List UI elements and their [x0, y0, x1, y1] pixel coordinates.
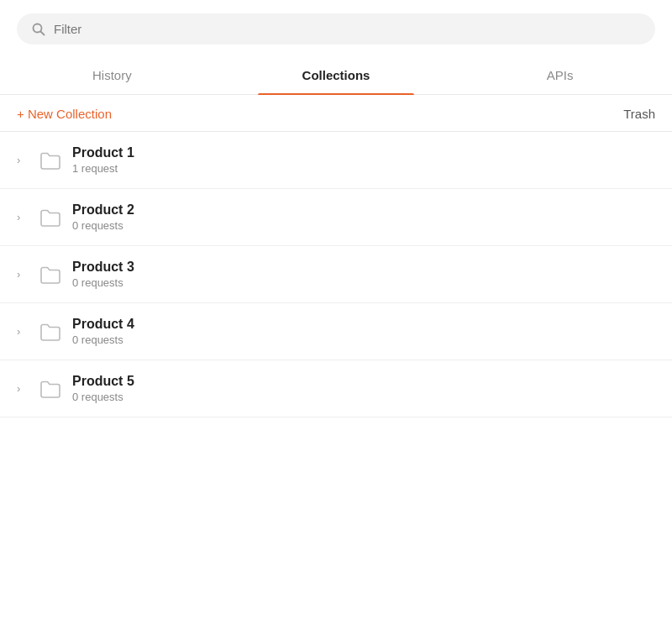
list-item[interactable]: › Product 3 0 requests: [0, 246, 672, 303]
search-bar: [17, 13, 655, 45]
collections-list: › Product 1 1 request › Product 2 0 requ…: [0, 132, 672, 417]
tab-history[interactable]: History: [0, 58, 224, 94]
folder-icon: [37, 318, 64, 345]
list-item[interactable]: › Product 4 0 requests: [0, 303, 672, 360]
folder-icon: [37, 147, 64, 174]
trash-button[interactable]: Trash: [623, 107, 655, 121]
collection-info: Product 4 0 requests: [72, 317, 134, 346]
tabs-bar: History Collections APIs: [0, 58, 672, 95]
svg-line-1: [41, 31, 45, 34]
tab-apis[interactable]: APIs: [448, 58, 672, 94]
list-item[interactable]: › Product 2 0 requests: [0, 189, 672, 246]
folder-icon: [37, 204, 64, 231]
main-panel: History Collections APIs + New Collectio…: [0, 0, 672, 630]
search-container: [0, 13, 672, 58]
search-input[interactable]: [54, 22, 640, 36]
chevron-right-icon: ›: [17, 268, 29, 281]
chevron-right-icon: ›: [17, 211, 29, 223]
list-item[interactable]: › Product 1 1 request: [0, 132, 672, 189]
collection-info: Product 1 1 request: [72, 145, 134, 175]
chevron-right-icon: ›: [17, 154, 29, 166]
search-icon: [32, 23, 45, 36]
list-item[interactable]: › Product 5 0 requests: [0, 360, 672, 417]
chevron-right-icon: ›: [17, 382, 29, 395]
collection-info: Product 5 0 requests: [72, 374, 134, 403]
collections-toolbar: + New Collection Trash: [0, 95, 672, 132]
chevron-right-icon: ›: [17, 325, 29, 338]
collection-info: Product 2 0 requests: [72, 202, 134, 232]
new-collection-button[interactable]: + New Collection: [17, 107, 112, 121]
collection-info: Product 3 0 requests: [72, 260, 134, 289]
folder-icon: [37, 261, 64, 288]
folder-icon: [37, 375, 64, 402]
tab-collections[interactable]: Collections: [224, 58, 449, 94]
